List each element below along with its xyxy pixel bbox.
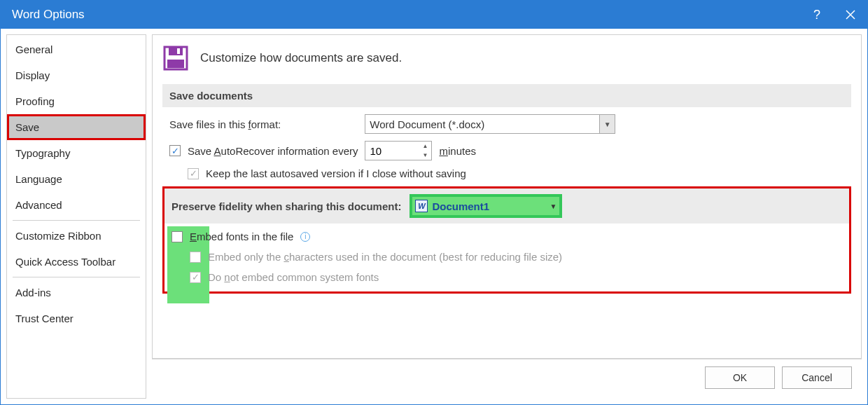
minutes-label: minutes xyxy=(439,145,476,157)
ok-button[interactable]: OK xyxy=(705,366,775,389)
word-doc-icon: W xyxy=(415,200,428,212)
svg-rect-2 xyxy=(177,48,180,54)
info-icon[interactable]: i xyxy=(300,232,310,242)
autorecover-value: 10 xyxy=(370,145,382,157)
footer: OK Cancel xyxy=(152,359,862,399)
sidebar-item-advanced[interactable]: Advanced xyxy=(7,192,146,218)
keep-last-label: Keep the last autosaved version if I clo… xyxy=(206,167,466,179)
embed-only-characters-label: Embed only the characters used in the do… xyxy=(208,251,562,263)
section-preserve-label: Preserve fidelity when sharing this docu… xyxy=(172,200,401,212)
document-select[interactable]: W Document1 ▼ xyxy=(412,197,559,215)
save-disk-icon xyxy=(162,45,189,71)
sidebar: General Display Proofing Save Typography… xyxy=(6,34,146,399)
sidebar-item-proofing[interactable]: Proofing xyxy=(7,88,146,114)
page-heading: Customize how documents are saved. xyxy=(200,51,402,65)
chevron-down-icon: ▼ xyxy=(550,197,557,215)
svg-rect-3 xyxy=(167,60,184,68)
save-format-value: Word Document (*.docx) xyxy=(370,118,484,130)
embed-only-characters-checkbox xyxy=(190,252,201,263)
window-title: Word Options xyxy=(12,8,85,22)
sidebar-item-addins[interactable]: Add-ins xyxy=(7,280,146,306)
help-button[interactable]: ? xyxy=(800,1,834,29)
titlebar: Word Options ? xyxy=(1,1,867,29)
sidebar-item-customize-ribbon[interactable]: Customize Ribbon xyxy=(7,223,146,249)
section-save-documents: Save documents xyxy=(162,84,851,107)
close-button[interactable] xyxy=(834,1,867,29)
sidebar-item-typography[interactable]: Typography xyxy=(7,140,146,166)
autorecover-label: Save AutoRecover information every xyxy=(188,145,358,157)
document-select-value: Document1 xyxy=(432,200,489,212)
autorecover-checkbox[interactable] xyxy=(169,145,181,156)
sidebar-item-language[interactable]: Language xyxy=(7,166,146,192)
chevron-down-icon: ▼ xyxy=(599,115,615,133)
keep-last-checkbox[interactable] xyxy=(188,168,199,179)
sidebar-item-qat[interactable]: Quick Access Toolbar xyxy=(7,249,146,275)
spinner-down-icon[interactable]: ▼ xyxy=(419,151,431,160)
sidebar-item-save[interactable]: Save xyxy=(7,114,146,140)
content: Customize how documents are saved. Save … xyxy=(152,34,862,359)
do-not-embed-label: Do not embed common system fonts xyxy=(208,271,379,283)
spinner-up-icon[interactable]: ▲ xyxy=(419,142,431,151)
save-format-label: Save files in this format: xyxy=(169,118,281,130)
svg-rect-1 xyxy=(169,47,183,55)
sidebar-item-general[interactable]: General xyxy=(7,36,146,62)
sidebar-item-trust-center[interactable]: Trust Center xyxy=(7,306,146,331)
embed-fonts-label: Embed fonts in the file xyxy=(190,231,293,242)
do-not-embed-checkbox xyxy=(190,272,201,283)
save-format-select[interactable]: Word Document (*.docx) ▼ xyxy=(365,114,615,134)
embed-fonts-checkbox[interactable] xyxy=(172,231,183,242)
sidebar-item-display[interactable]: Display xyxy=(7,62,146,88)
autorecover-minutes-spinner[interactable]: 10 ▲ ▼ xyxy=(365,141,432,160)
cancel-button[interactable]: Cancel xyxy=(782,366,852,389)
preserve-fidelity-section: Preserve fidelity when sharing this docu… xyxy=(162,186,851,294)
